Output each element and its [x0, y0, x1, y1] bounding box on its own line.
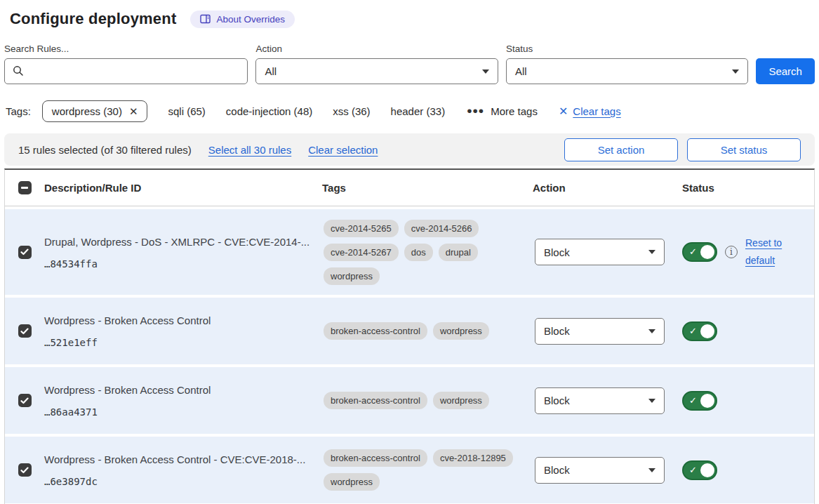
- table-row: Wordpress - Broken Access Control …521e1…: [5, 298, 814, 364]
- chevron-down-icon: [482, 69, 489, 74]
- tag-pill: cve-2014-5265: [324, 220, 399, 237]
- tag-pill: wordpress: [433, 392, 489, 409]
- header-action: Action: [533, 182, 682, 194]
- action-select[interactable]: Block: [535, 387, 665, 414]
- selection-bar: 15 rules selected (of 30 filtered rules)…: [4, 133, 815, 166]
- tag-pill: cve-2014-5267: [324, 244, 399, 261]
- page-header: Configure deployment About Overrides: [10, 8, 815, 29]
- action-select[interactable]: Block: [535, 239, 665, 265]
- tag-pill: wordpress: [324, 267, 380, 285]
- search-rules-label: Search Rules...: [4, 44, 248, 54]
- tag-filter[interactable]: sqli (65): [168, 105, 205, 117]
- tag-pill: dos: [404, 244, 433, 261]
- action-filter-value: All: [265, 65, 481, 77]
- action-value: Block: [544, 325, 648, 337]
- action-value: Block: [544, 246, 648, 258]
- page-title: Configure deployment: [10, 10, 176, 28]
- toggle-knob: [700, 463, 714, 477]
- status-toggle[interactable]: ✓: [682, 242, 717, 262]
- status-filter-value: All: [515, 65, 732, 77]
- more-tags-label: More tags: [491, 105, 538, 117]
- tag-pill: wordpress: [433, 322, 489, 340]
- tags-bar: Tags: wordpress (30) ✕ sqli (65)code-inj…: [6, 98, 815, 124]
- rule-description: Drupal, Wordpress - DoS - XMLRPC - CVE:C…: [44, 235, 312, 249]
- action-value: Block: [544, 464, 648, 476]
- clear-icon: ✕: [559, 105, 568, 118]
- row-checkbox[interactable]: [18, 324, 32, 338]
- select-all-link[interactable]: Select all 30 rules: [208, 144, 291, 156]
- rule-description: Wordpress - Broken Access Control - CVE:…: [44, 453, 312, 467]
- about-overrides-badge[interactable]: About Overrides: [190, 11, 295, 28]
- search-button[interactable]: Search: [756, 58, 815, 84]
- status-toggle[interactable]: ✓: [682, 391, 717, 411]
- rule-id: …6e3897dc: [44, 476, 312, 487]
- row-checkbox[interactable]: [18, 246, 32, 259]
- tags-label: Tags:: [6, 105, 31, 117]
- rule-id: …86aa4371: [44, 406, 312, 418]
- row-checkbox[interactable]: [18, 394, 32, 407]
- rules-table: Description/Rule ID Tags Action Status D…: [4, 168, 815, 504]
- toggle-knob: [700, 245, 714, 259]
- tag-pill: cve-2018-12895: [433, 449, 513, 467]
- rule-tags: broken-access-controlcve-2018-12895wordp…: [322, 449, 533, 491]
- action-value: Block: [544, 394, 648, 406]
- table-header-row: Description/Rule ID Tags Action Status: [5, 170, 814, 206]
- rule-description: Wordpress - Broken Access Control: [44, 383, 312, 397]
- row-checkbox[interactable]: [18, 463, 32, 477]
- set-action-button[interactable]: Set action: [564, 138, 678, 161]
- reset-to-default-link[interactable]: Reset to default: [745, 234, 792, 270]
- check-icon: ✓: [689, 464, 697, 475]
- tag-pill: broken-access-control: [324, 449, 427, 467]
- rule-id: …84534ffa: [44, 258, 312, 270]
- rule-tags: cve-2014-5265cve-2014-5266cve-2014-5267d…: [322, 220, 533, 285]
- tag-pill: broken-access-control: [324, 392, 427, 409]
- table-row: Drupal, Wordpress - DoS - XMLRPC - CVE:C…: [5, 209, 814, 295]
- indeterminate-icon: [21, 187, 28, 189]
- header-description: Description/Rule ID: [44, 182, 322, 194]
- tag-filter[interactable]: code-injection (48): [226, 105, 312, 117]
- tag-filter-list: sqli (65)code-injection (48)xss (36)head…: [147, 105, 445, 117]
- check-icon: ✓: [689, 246, 697, 257]
- clear-tags-label: Clear tags: [573, 105, 620, 117]
- tag-pill: cve-2014-5266: [404, 220, 479, 237]
- chevron-down-icon: [648, 250, 655, 254]
- more-tags-button[interactable]: ••• More tags: [467, 105, 538, 117]
- filter-bar: Search Rules... Action All Status All Se…: [4, 44, 815, 84]
- header-tags: Tags: [322, 182, 533, 194]
- chevron-down-icon: [648, 329, 655, 333]
- action-select[interactable]: Block: [535, 318, 665, 345]
- status-toggle[interactable]: ✓: [682, 321, 717, 341]
- table-row: Wordpress - Broken Access Control - CVE:…: [5, 437, 814, 503]
- toggle-knob: [700, 324, 714, 338]
- clear-selection-link[interactable]: Clear selection: [308, 144, 378, 156]
- check-icon: ✓: [689, 394, 697, 405]
- select-all-checkbox[interactable]: [18, 181, 32, 194]
- chevron-down-icon: [732, 69, 739, 74]
- action-filter-select[interactable]: All: [255, 58, 498, 84]
- status-toggle[interactable]: ✓: [682, 460, 717, 480]
- set-status-button[interactable]: Set status: [687, 138, 801, 161]
- action-filter-label: Action: [255, 44, 498, 54]
- rule-tags: broken-access-controlwordpress: [322, 322, 533, 340]
- header-status: Status: [682, 182, 814, 194]
- search-rules-input[interactable]: [4, 58, 248, 84]
- about-overrides-label: About Overrides: [216, 14, 285, 25]
- clear-tags-link[interactable]: ✕ Clear tags: [559, 105, 621, 118]
- remove-tag-icon[interactable]: ✕: [129, 106, 138, 117]
- info-icon[interactable]: i: [725, 246, 738, 258]
- ellipsis-icon: •••: [467, 107, 484, 114]
- selected-tag-chip[interactable]: wordpress (30) ✕: [42, 100, 148, 122]
- status-filter-select[interactable]: All: [506, 58, 748, 84]
- search-icon: [13, 65, 24, 79]
- action-select[interactable]: Block: [535, 457, 665, 484]
- selected-tag-label: wordpress (30): [52, 105, 122, 117]
- status-filter-label: Status: [506, 44, 748, 54]
- chevron-down-icon: [648, 399, 655, 403]
- tag-filter[interactable]: xss (36): [333, 105, 370, 117]
- tag-pill: wordpress: [324, 473, 380, 491]
- selection-summary: 15 rules selected (of 30 filtered rules): [18, 144, 192, 156]
- tag-pill: broken-access-control: [324, 322, 427, 340]
- tag-filter[interactable]: header (33): [391, 105, 446, 117]
- rule-id: …521e1eff: [44, 337, 312, 348]
- rule-tags: broken-access-controlwordpress: [322, 392, 533, 409]
